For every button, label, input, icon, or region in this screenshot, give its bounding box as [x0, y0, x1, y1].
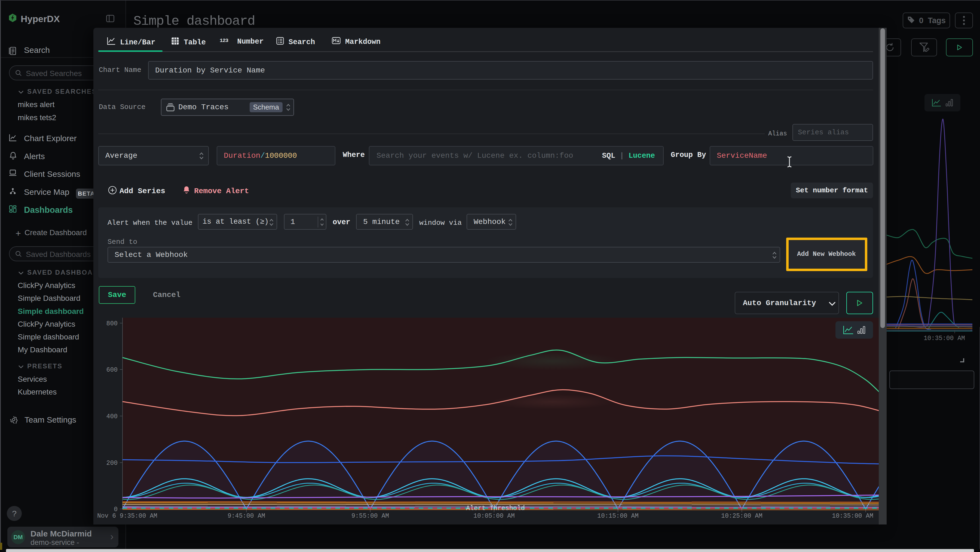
svg-text:10:35:00 AM: 10:35:00 AM: [924, 335, 965, 342]
svg-text:9:45:00 AM: 9:45:00 AM: [228, 512, 265, 520]
svg-text:10:15:00 AM: 10:15:00 AM: [597, 512, 639, 520]
svg-text:10:05:00 AM: 10:05:00 AM: [473, 512, 515, 520]
svg-text:800: 800: [107, 320, 118, 327]
svg-text:400: 400: [107, 413, 118, 420]
svg-text:Nov 6 9:35:00 AM: Nov 6 9:35:00 AM: [97, 512, 158, 520]
svg-text:9:55:00 AM: 9:55:00 AM: [352, 512, 389, 520]
svg-text:200: 200: [107, 459, 118, 467]
svg-text:Alert Threshold: Alert Threshold: [466, 504, 525, 512]
svg-text:10:25:00 AM: 10:25:00 AM: [721, 512, 762, 520]
svg-text:0: 0: [114, 506, 118, 513]
svg-text:600: 600: [107, 367, 118, 373]
svg-text:10:35:00 AM: 10:35:00 AM: [832, 512, 873, 520]
